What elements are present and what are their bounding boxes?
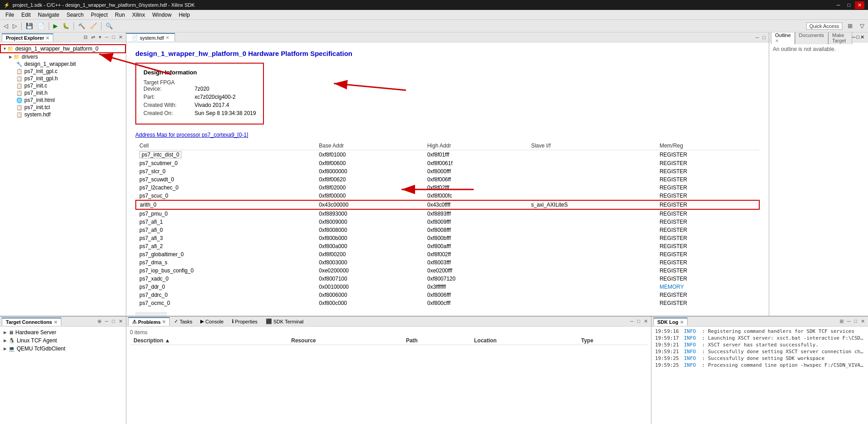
target-connections-tab[interactable]: Target Connections ✕ — [2, 318, 61, 326]
view-menu-button[interactable]: ▾ — [97, 34, 103, 41]
minimize-panel-button[interactable]: ─ — [104, 34, 110, 41]
system-hdf-tab[interactable]: 📄 system.hdf ✕ — [126, 33, 175, 41]
sdk-log-minimize-button[interactable]: □ — [853, 318, 859, 325]
linux-tcf-item[interactable]: ▶ 🐧 Linux TCF Agent — [4, 336, 122, 345]
menu-edit[interactable]: Edit — [18, 11, 34, 19]
root-expand-arrow[interactable]: ▼ — [3, 46, 7, 51]
editor-tab-close[interactable]: ✕ — [166, 35, 169, 40]
toolbar-debug-button[interactable]: 🐛 — [60, 22, 71, 30]
table-row[interactable]: ps7_l2cachec_00xf8f020000xf8f02fffREGIST… — [136, 184, 759, 192]
table-row[interactable]: ps7_slcr_00xf80000000xf8000fffREGISTER — [136, 167, 759, 175]
tree-item-init-c[interactable]: 📋 ps7_init.c — [0, 82, 126, 89]
menu-help[interactable]: Help — [175, 11, 194, 19]
tree-item-gpl-c[interactable]: 📋 ps7_init_gpl.c — [0, 68, 126, 75]
table-row[interactable]: ps7_scutimer_00xf8f006000xf8f0061fREGIST… — [136, 159, 759, 167]
sdk-log-close[interactable]: ✕ — [680, 320, 683, 325]
table-row[interactable]: ps7_dma_s0xf80030000xf8003fffREGISTER — [136, 258, 759, 267]
problems-close-button[interactable]: ✕ — [642, 318, 649, 325]
overview-tab[interactable]: Overview — [135, 313, 167, 316]
drivers-arrow[interactable]: ▶ — [9, 55, 14, 59]
tree-item-init-html[interactable]: 🌐 ps7_init.html — [0, 97, 126, 104]
toolbar-back-button[interactable]: ◁ — [2, 22, 10, 30]
editor-minimize-button[interactable]: ─ — [754, 34, 761, 41]
tree-item-hdf[interactable]: 📋 system.hdf — [0, 111, 126, 118]
hardware-server-item[interactable]: ▶ 🖥 Hardware Server — [4, 328, 122, 336]
qemu-arrow[interactable]: ▶ — [4, 346, 7, 351]
problems-maximize-button[interactable]: □ — [636, 318, 642, 325]
properties-tab[interactable]: ℹ Properties — [228, 317, 261, 326]
hw-server-arrow[interactable]: ▶ — [4, 330, 7, 335]
target-conn-close[interactable]: ✕ — [54, 320, 57, 325]
quick-access-label[interactable]: Quick Access — [806, 23, 842, 30]
tc-button-3[interactable]: □ — [111, 318, 116, 325]
toolbar-forward-button[interactable]: ▷ — [11, 22, 19, 30]
tree-item-init-h[interactable]: 📋 ps7_init.h — [0, 89, 126, 97]
table-row[interactable]: ps7_iop_bus_config_00xe02000000xe0200fff… — [136, 267, 759, 275]
toolbar-search-button[interactable]: 🔍 — [104, 22, 115, 30]
project-explorer-tab[interactable]: Project Explorer ✕ — [2, 33, 53, 41]
toolbar-new-button[interactable]: 📄 — [36, 22, 46, 30]
toolbar-save-button[interactable]: 💾 — [24, 22, 35, 30]
toolbar-clean-button[interactable]: 🧹 — [88, 22, 99, 30]
linux-tcf-arrow[interactable]: ▶ — [4, 338, 7, 343]
menu-window[interactable]: Window — [149, 11, 175, 19]
collapse-all-button[interactable]: ⊟ — [82, 34, 89, 41]
menu-file[interactable]: File — [2, 11, 18, 19]
project-explorer-close[interactable]: ✕ — [46, 36, 49, 41]
table-row[interactable]: arith_00x43c000000x43c0ffffs_axi_AXILite… — [136, 200, 759, 209]
sdk-log-button-1[interactable]: ⊞ — [838, 318, 845, 325]
table-row[interactable]: ps7_pmu_00xf88930000xf8893fffREGISTER — [136, 209, 759, 218]
table-row[interactable]: ps7_ddrc_00xf80060000xf8006fffREGISTER — [136, 291, 759, 299]
tree-item-init-tcl[interactable]: 📋 ps7_init.tcl — [0, 104, 126, 111]
sdk-log-close-button[interactable]: ✕ — [859, 318, 866, 325]
menu-navigate[interactable]: Navigate — [34, 11, 63, 19]
close-panel-button[interactable]: ✕ — [117, 34, 124, 41]
outline-close-button[interactable]: ✕ — [860, 34, 864, 40]
maximize-button[interactable]: □ — [845, 1, 853, 9]
table-row[interactable]: ps7_ddr_00x001000000x3fffffffMEMORY — [136, 283, 759, 291]
problems-minimize-button[interactable]: ─ — [629, 318, 635, 325]
minimize-button[interactable]: ─ — [834, 1, 843, 9]
table-row[interactable]: ps7_xadc_00xf80071000xf8007120REGISTER — [136, 275, 759, 283]
table-row[interactable]: ps7_globaltimer_00xf8f002000xf8f002ffREG… — [136, 250, 759, 258]
table-row[interactable]: ps7_afi_10xf80090000xf8009fffREGISTER — [136, 218, 759, 226]
toolbar-build-button[interactable]: 🔨 — [76, 22, 87, 30]
sdk-log-tab[interactable]: SDK Log ✕ — [653, 318, 688, 326]
tc-close[interactable]: ✕ — [117, 318, 124, 325]
maximize-panel-button[interactable]: □ — [111, 34, 116, 41]
menu-project[interactable]: Project — [87, 11, 111, 19]
table-row[interactable]: ps7_afi_30xf800b0000xf800bfffREGISTER — [136, 234, 759, 242]
menu-xilinx[interactable]: Xilinx — [129, 11, 149, 19]
editor-maximize-button[interactable]: □ — [761, 34, 767, 41]
qemu-item[interactable]: ▶ 💻 QEMU TcfGdbClient — [4, 345, 122, 353]
address-map-title[interactable]: Address Map for processor ps7_cortexa9_[… — [135, 132, 760, 138]
console-tab[interactable]: ▶ Console — [197, 317, 227, 326]
toolbar-minimize-button[interactable]: ▽ — [858, 22, 866, 30]
toolbar-run-button[interactable]: ▶ — [51, 22, 60, 30]
toolbar-perspectives-button[interactable]: ⊞ — [846, 22, 854, 30]
table-row[interactable]: ps7_afi_00xf80080000xf8008fffREGISTER — [136, 226, 759, 234]
table-row[interactable]: ps7_scuwdt_00xf8f006200xf8f006ffREGISTER — [136, 175, 759, 184]
menu-run[interactable]: Run — [111, 11, 129, 19]
table-row[interactable]: ps7_ocmc_00xf800c0000xf800cfffREGISTER — [136, 299, 759, 307]
table-row[interactable]: ps7_intc_dist_00xf8f010000xf8f01fffREGIS… — [136, 150, 759, 160]
tree-root-item[interactable]: ▼ 📁 design_1_wrapper_hw_platform_0 — [0, 44, 126, 53]
menu-search[interactable]: Search — [63, 11, 87, 19]
outline-maximize-button[interactable]: □ — [856, 34, 859, 40]
tree-item-drivers[interactable]: ▶ 📁 drivers — [0, 53, 126, 60]
table-row[interactable]: ps7_afi_20xf800a0000xf800afffREGISTER — [136, 242, 759, 250]
problems-close[interactable]: ✕ — [162, 319, 166, 324]
tree-item-gpl-h[interactable]: 📋 ps7_init_gpl.h — [0, 75, 126, 82]
title-bar-controls[interactable]: ─ □ ✕ — [834, 1, 864, 9]
tc-button-1[interactable]: ⊕ — [96, 318, 103, 325]
problems-tab[interactable]: ⚠ Problems ✕ — [128, 317, 170, 326]
table-row[interactable]: ps7_scuc_00xf8f000000xf8f000fcREGISTER — [136, 192, 759, 200]
sdk-log-button-2[interactable]: ─ — [846, 318, 852, 325]
outline-minimize-button[interactable]: ─ — [852, 34, 856, 40]
close-button[interactable]: ✕ — [855, 1, 864, 9]
tc-button-2[interactable]: ─ — [104, 318, 110, 325]
tree-item-bit[interactable]: 🔧 design_1_wrapper.bit — [0, 60, 126, 68]
link-editor-button[interactable]: ⇌ — [90, 34, 97, 41]
tasks-tab[interactable]: ✓ Tasks — [171, 317, 196, 326]
sdk-terminal-tab[interactable]: ⬛ SDK Terminal — [262, 317, 307, 326]
